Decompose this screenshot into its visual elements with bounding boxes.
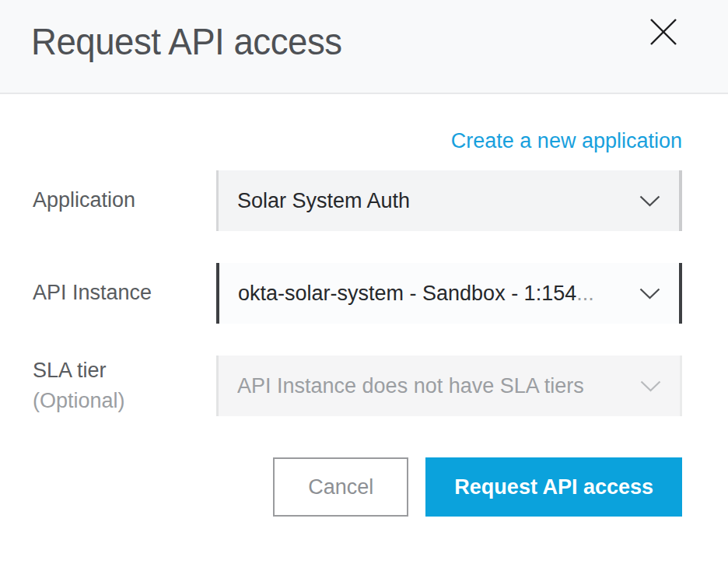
sla-tier-label-text: SLA tier [33, 356, 216, 386]
chevron-down-icon [639, 288, 660, 300]
dialog-title: Request API access [31, 20, 342, 63]
link-row: Create a new application [33, 94, 682, 170]
create-new-application-link[interactable]: Create a new application [451, 129, 682, 152]
close-button[interactable] [647, 16, 680, 48]
sla-tier-optional-text: (Optional) [33, 386, 216, 416]
sla-tier-row: SLA tier (Optional) API Instance does no… [33, 356, 682, 416]
api-instance-select-value: okta-solar-system - Sandbox - 1:154... [238, 282, 627, 306]
close-icon [648, 16, 679, 47]
application-select-value: Solar System Auth [237, 189, 627, 213]
sla-tier-select: API Instance does not have SLA tiers [216, 356, 682, 416]
chevron-down-icon [639, 195, 660, 207]
api-instance-label: API Instance [33, 278, 216, 308]
sla-tier-select-value: API Instance does not have SLA tiers [237, 374, 628, 398]
api-instance-row: API Instance okta-solar-system - Sandbox… [33, 263, 682, 324]
sla-tier-label: SLA tier (Optional) [33, 356, 216, 416]
dialog-actions: Cancel Request API access [33, 457, 682, 517]
application-select[interactable]: Solar System Auth [216, 170, 682, 231]
application-row: Application Solar System Auth [33, 170, 682, 231]
api-instance-select[interactable]: okta-solar-system - Sandbox - 1:154... [216, 263, 682, 324]
request-api-access-dialog: Request API access Create a new applicat… [0, 0, 728, 571]
dialog-header: Request API access [0, 0, 728, 94]
dialog-body: Create a new application Application Sol… [0, 94, 728, 571]
chevron-down-icon [640, 380, 661, 392]
application-label: Application [33, 185, 216, 215]
truncation-ellipsis: ... [576, 282, 594, 305]
cancel-button[interactable]: Cancel [273, 457, 408, 517]
request-api-access-button[interactable]: Request API access [425, 457, 682, 517]
